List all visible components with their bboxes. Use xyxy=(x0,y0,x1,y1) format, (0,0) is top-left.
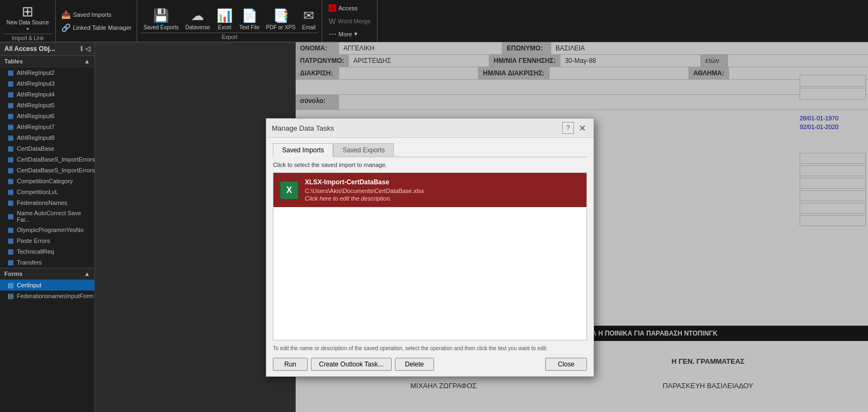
saved-exports-button[interactable]: 💾 Saved Exports xyxy=(141,6,181,33)
dialog-tabs: Saved Imports Saved Exports xyxy=(273,143,587,157)
word-merge-icon: W xyxy=(329,17,336,25)
sidebar: All Access Obj... ℹ ◁ Tables ▲ ▦ AthlReg… xyxy=(0,42,95,412)
table-icon: ▦ xyxy=(8,188,14,196)
sidebar-item-athlreginput3[interactable]: ▦ AthlRegInput3 xyxy=(0,78,94,89)
sidebar-item-athlreginput6[interactable]: ▦ AthlRegInput6 xyxy=(0,111,94,121)
tab-saved-imports[interactable]: Saved Imports xyxy=(273,143,333,157)
dialog-title: Manage Data Tasks xyxy=(272,124,334,132)
dropdown-arrow: ▾ xyxy=(27,27,29,31)
sidebar-item-name-autocorrect[interactable]: ▦ Name AutoCorrect Save Fai... xyxy=(0,208,94,224)
create-outlook-task-button[interactable]: Create Outlook Task... xyxy=(311,358,392,371)
xlsx-letter: X xyxy=(286,185,292,195)
table-icon: ▦ xyxy=(8,145,14,152)
table-icon: ▦ xyxy=(8,237,14,244)
sidebar-item-athlreginput5[interactable]: ▦ AthlRegInput5 xyxy=(0,100,94,111)
sidebar-collapse-icon[interactable]: ◁ xyxy=(85,45,90,53)
sidebar-item-certdatabaseS-importerrors1[interactable]: ▦ CertDataBaseS_ImportErrors1 xyxy=(0,165,94,176)
table-icon: ▦ xyxy=(8,123,14,131)
table-icon: ▦ xyxy=(8,226,14,234)
sidebar-item-athlreginput2[interactable]: ▦ AthlRegInput2 xyxy=(0,67,94,78)
dataverse-button[interactable]: ☁ Dataverse xyxy=(182,6,213,33)
ribbon-group-export: 💾 Saved Exports ☁ Dataverse 📊 Excel 📄 Te… xyxy=(137,0,322,42)
dialog-buttons-left: Run Create Outlook Task... Delete xyxy=(273,358,434,371)
more-icon: ⋯ xyxy=(329,30,336,38)
more-dropdown-icon: ▾ xyxy=(354,30,358,37)
email-button[interactable]: ✉ Email xyxy=(299,6,318,33)
sidebar-item-transfers[interactable]: ▦ Transfers xyxy=(0,257,94,268)
dialog-buttons: Run Create Outlook Task... Delete Close xyxy=(273,358,587,371)
sidebar-item-athlreginput8[interactable]: ▦ AthlRegInput8 xyxy=(0,132,94,143)
form-icon: ▤ xyxy=(8,292,14,300)
dialog-help-button[interactable]: ? xyxy=(562,122,574,134)
access-button[interactable]: 🅰 Access xyxy=(327,3,373,14)
run-button[interactable]: Run xyxy=(273,358,308,371)
table-icon: ▦ xyxy=(8,177,14,185)
sidebar-item-federationsnames[interactable]: ▦ FederationsNames xyxy=(0,197,94,208)
saved-exports-icon: 💾 xyxy=(153,8,169,23)
table-icon: ▦ xyxy=(8,134,14,141)
import-item-name: XLSX-Import-CertDataBase xyxy=(305,178,580,186)
dialog-close-button[interactable]: ✕ xyxy=(576,122,588,134)
dialog-buttons-right: Close xyxy=(545,358,587,371)
table-icon: ▦ xyxy=(8,156,14,163)
ribbon: ⊞ New Data Source ▾ Import & Link 📥 Save… xyxy=(0,0,868,42)
sidebar-item-athlreginput7[interactable]: ▦ AthlRegInput7 xyxy=(0,121,94,132)
sidebar-item-athlreginput4[interactable]: ▦ AthlRegInput4 xyxy=(0,89,94,100)
sidebar-item-olympicprogrammyesno[interactable]: ▦ OlympicProgrammYesNo xyxy=(0,224,94,235)
word-merge-button[interactable]: W Word Merge xyxy=(327,16,373,27)
table-icon: ▦ xyxy=(8,69,14,76)
sidebar-title-bar: All Access Obj... ℹ ◁ xyxy=(0,42,94,56)
dialog-titlebar: Manage Data Tasks ? ✕ xyxy=(266,119,593,138)
close-button[interactable]: Close xyxy=(545,358,587,371)
delete-button[interactable]: Delete xyxy=(395,358,435,371)
sidebar-info-icon[interactable]: ℹ xyxy=(80,45,83,53)
linked-table-manager-button[interactable]: 🔗 Linked Table Manager xyxy=(59,22,133,33)
excel-button[interactable]: 📊 Excel xyxy=(214,6,235,33)
sidebar-section-tables: Tables ▲ ▦ AthlRegInput2 ▦ AthlRegInput3… xyxy=(0,56,94,268)
saved-imports-icon: 📥 xyxy=(61,10,71,19)
tables-collapse-icon: ▲ xyxy=(84,58,90,65)
table-icon: ▦ xyxy=(8,91,14,98)
table-icon: ▦ xyxy=(8,112,14,120)
more-button[interactable]: ⋯ More ▾ xyxy=(327,29,373,40)
new-data-source-icon: ⊞ xyxy=(22,4,34,18)
sidebar-section-forms: Forms ▲ ▤ CertInput ▤ FederationsnamesIn… xyxy=(0,268,94,301)
pdf-xps-button[interactable]: 📑 PDF or XPS xyxy=(263,6,298,33)
xlsx-icon: X xyxy=(280,181,298,199)
excel-icon: 📊 xyxy=(216,8,233,23)
saved-imports-button[interactable]: 📥 Saved Imports xyxy=(59,9,133,20)
text-file-icon: 📄 xyxy=(241,8,258,23)
dialog-instruction: Click to select the saved import to mana… xyxy=(273,162,587,168)
import-list: X XLSX-Import-CertDataBase C:\Users\Akis… xyxy=(273,172,587,340)
new-data-source-button[interactable]: ⊞ New Data Source ▾ xyxy=(3,2,52,34)
sidebar-item-certdatabase[interactable]: ▦ CertDataBase xyxy=(0,143,94,154)
ribbon-group-extra-export: 🅰 Access W Word Merge ⋯ More ▾ xyxy=(322,0,378,42)
pdf-xps-icon: 📑 xyxy=(273,8,289,23)
sidebar-item-competitionlvl[interactable]: ▦ CompetitionLvL xyxy=(0,186,94,197)
email-icon: ✉ xyxy=(303,8,314,23)
form-icon: ▤ xyxy=(8,281,14,289)
sidebar-title: All Access Obj... xyxy=(4,45,55,53)
sidebar-item-certinput[interactable]: ▤ CertInput xyxy=(0,280,94,291)
table-icon: ▦ xyxy=(8,80,14,87)
table-icon: ▦ xyxy=(8,213,14,220)
import-item-details: XLSX-Import-CertDataBase C:\Users\Akis\D… xyxy=(305,178,580,202)
manage-data-tasks-dialog: Manage Data Tasks ? ✕ Saved Imports Save… xyxy=(266,118,594,377)
ribbon-group-import-link-label: Import & Link xyxy=(3,34,52,43)
sidebar-item-federationsnamesinputform[interactable]: ▤ FederationsnamesInputForm xyxy=(0,291,94,301)
sidebar-section-tables-header[interactable]: Tables ▲ xyxy=(0,56,94,67)
sidebar-item-technicallreq[interactable]: ▦ TechnicallReq xyxy=(0,246,94,257)
import-item-description: Click here to edit the description. xyxy=(305,195,580,202)
dialog-content: Saved Imports Saved Exports Click to sel… xyxy=(266,138,593,376)
sidebar-item-competitioncategory[interactable]: ▦ CompetitionCategory xyxy=(0,176,94,186)
tab-saved-exports[interactable]: Saved Exports xyxy=(333,143,394,157)
ribbon-group-export-label: Export xyxy=(141,33,318,42)
table-icon: ▦ xyxy=(8,248,14,255)
sidebar-item-certdatabaseS-importerrors[interactable]: ▦ CertDataBaseS_ImportErrors xyxy=(0,154,94,165)
text-file-button[interactable]: 📄 Text File xyxy=(237,6,262,33)
import-item-xlsx[interactable]: X XLSX-Import-CertDataBase C:\Users\Akis… xyxy=(273,173,586,207)
sidebar-item-pasteerrors[interactable]: ▦ Paste Errors xyxy=(0,235,94,246)
ribbon-group-import-link-extra: 📥 Saved Imports 🔗 Linked Table Manager xyxy=(56,0,137,42)
ribbon-group-import-link: ⊞ New Data Source ▾ Import & Link xyxy=(0,0,56,42)
sidebar-section-forms-header[interactable]: Forms ▲ xyxy=(0,268,94,280)
